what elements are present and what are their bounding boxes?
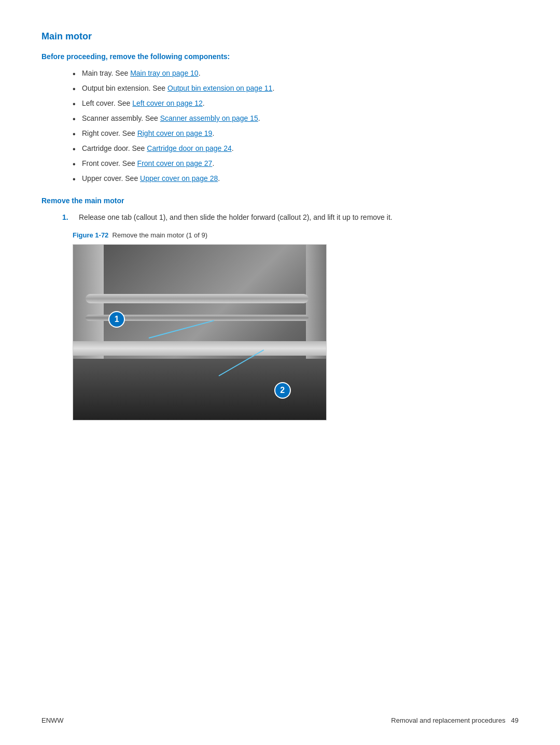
callout-1: 1 — [108, 311, 125, 328]
chassis-bar — [73, 341, 326, 356]
step-1: 1. Release one tab (callout 1), and then… — [62, 212, 519, 223]
remove-section: Remove the main motor 1. Release one tab… — [41, 196, 519, 420]
left-cover-link[interactable]: Left cover on page 12 — [132, 99, 202, 107]
list-item: Cartridge door. See Cartridge door on pa… — [73, 143, 519, 154]
roller-bar — [86, 294, 308, 303]
remove-heading: Remove the main motor — [41, 196, 519, 205]
page-title: Main motor — [41, 31, 519, 42]
output-bin-link[interactable]: Output bin extension on page 11 — [167, 84, 272, 92]
before-proceeding-heading: Before proceeding, remove the following … — [41, 52, 519, 61]
callout-2: 2 — [274, 382, 291, 399]
item-text-5: Right cover. See — [82, 129, 137, 137]
step-number-1: 1. — [62, 212, 73, 223]
figure-label: Figure 1-72 — [73, 231, 108, 239]
step-text-1: Release one tab (callout 1), and then sl… — [79, 212, 519, 223]
list-item: Main tray. See Main tray on page 10. — [73, 68, 519, 79]
footer-left: ENWW — [41, 716, 64, 724]
components-list: Main tray. See Main tray on page 10. Out… — [73, 68, 519, 184]
list-item: Output bin extension. See Output bin ext… — [73, 83, 519, 94]
figure-caption: Figure 1-72 Remove the main motor (1 of … — [73, 231, 519, 239]
steps-list: 1. Release one tab (callout 1), and then… — [62, 212, 519, 223]
scanner-assembly-link[interactable]: Scanner assembly on page 15 — [160, 114, 258, 122]
page-footer: ENWW Removal and replacement procedures … — [41, 716, 519, 724]
figure-caption-text: Remove the main motor (1 of 9) — [113, 231, 208, 239]
item-text-1: Main tray. See — [82, 69, 130, 77]
list-item: Front cover. See Front cover on page 27. — [73, 158, 519, 169]
item-text-2: Output bin extension. See — [82, 84, 167, 92]
item-text-4: Scanner assembly. See — [82, 114, 160, 122]
main-tray-link[interactable]: Main tray on page 10 — [130, 69, 199, 77]
right-cover-link[interactable]: Right cover on page 19 — [137, 129, 213, 137]
front-cover-link[interactable]: Front cover on page 27 — [137, 159, 213, 167]
item-text-8: Upper cover. See — [82, 174, 140, 182]
cartridge-door-link[interactable]: Cartridge door on page 24 — [147, 144, 231, 152]
item-text-7: Front cover. See — [82, 159, 137, 167]
arrow-line-1 — [149, 320, 214, 339]
figure-image-inner: 1 2 — [73, 245, 326, 420]
figure-image: 1 2 — [73, 244, 327, 420]
list-item: Upper cover. See Upper cover on page 28. — [73, 173, 519, 184]
upper-cover-link[interactable]: Upper cover on page 28 — [140, 174, 218, 182]
list-item: Right cover. See Right cover on page 19. — [73, 128, 519, 139]
list-item: Left cover. See Left cover on page 12. — [73, 98, 519, 109]
list-item: Scanner assembly. See Scanner assembly o… — [73, 113, 519, 124]
item-text-3: Left cover. See — [82, 99, 132, 107]
footer-right: Removal and replacement procedures 49 — [391, 716, 519, 724]
item-text-6: Cartridge door. See — [82, 144, 147, 152]
